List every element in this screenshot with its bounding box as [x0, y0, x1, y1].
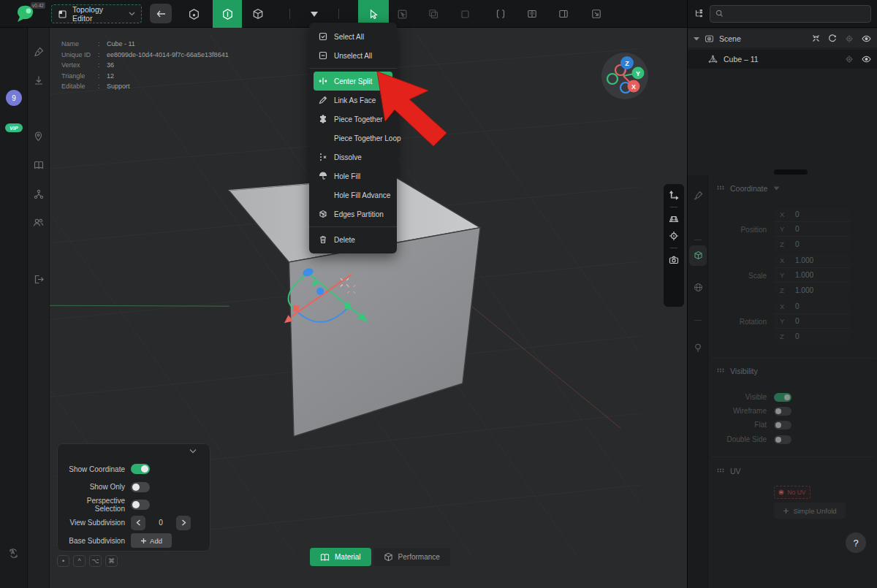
panel-right-button[interactable] — [549, 0, 578, 28]
book-icon[interactable] — [28, 161, 49, 169]
properties-panel: Coordinate Position X0 Y0 Z0 Scale X1.00… — [708, 175, 877, 588]
panel-right-icon — [558, 9, 569, 19]
camera-icon[interactable] — [669, 255, 679, 265]
paint-brush-icon[interactable] — [688, 191, 708, 200]
focus-icon[interactable] — [845, 34, 854, 43]
trash-icon — [318, 235, 327, 244]
edge-mode-button[interactable] — [213, 0, 242, 28]
eye-visibility-icon[interactable] — [862, 35, 871, 42]
dissolve-icon — [318, 153, 327, 161]
show-coordinate-label: Show Coordinate — [62, 465, 131, 473]
language-icon[interactable] — [0, 548, 27, 559]
crop-frame-icon — [58, 9, 67, 19]
download-icon[interactable] — [28, 75, 49, 85]
flat-toggle[interactable] — [774, 421, 791, 429]
refresh-icon[interactable] — [828, 34, 837, 43]
setting-row: Base Subdivision Add — [62, 532, 201, 550]
menu-item-edges-partition[interactable]: Edges Partition — [309, 205, 397, 224]
key-hint[interactable]: ^ — [73, 555, 86, 567]
duplicate-tool-button[interactable] — [419, 0, 448, 28]
menu-item-center-split[interactable]: Center Split — [314, 72, 392, 91]
menu-item-unselect-all[interactable]: Unselect All — [309, 46, 397, 65]
export-view-button[interactable] — [582, 0, 611, 28]
drag-dots-icon — [717, 186, 724, 191]
coordinate-section-header[interactable]: Coordinate — [717, 184, 780, 193]
view-orientation-gizmo[interactable]: Z Y X — [600, 51, 650, 101]
eye-visibility-icon[interactable] — [862, 56, 871, 63]
axis-ruler-icon[interactable] — [669, 190, 679, 200]
wireframe-toggle[interactable] — [774, 407, 791, 416]
position-z-field[interactable]: Z0 — [774, 237, 850, 251]
tab-material[interactable]: Material — [310, 548, 371, 566]
focus-icon[interactable] — [845, 55, 854, 64]
collapse-all-icon[interactable] — [812, 34, 820, 42]
menu-item-hole-fill[interactable]: Hole Fill — [309, 167, 397, 186]
scene-root-row[interactable]: Scene — [688, 29, 877, 47]
menu-item-dissolve[interactable]: Dissolve — [309, 148, 397, 167]
map-pin-icon[interactable] — [28, 131, 49, 142]
uv-section-header[interactable]: UV — [717, 467, 741, 476]
grid-perspective-icon[interactable] — [669, 214, 679, 224]
position-x-field[interactable]: X0 — [774, 207, 850, 222]
scale-x-field[interactable]: X1.000 — [774, 253, 850, 268]
section-divider — [711, 457, 875, 457]
subdivision-decrease-button[interactable] — [131, 516, 145, 530]
visible-toggle[interactable] — [774, 393, 791, 402]
show-coordinate-toggle[interactable] — [131, 464, 150, 474]
axis-z-label: Z — [625, 60, 629, 67]
account-rail: 9 VIP — [0, 28, 28, 588]
back-button[interactable] — [150, 4, 172, 23]
user-avatar[interactable]: 9 — [6, 90, 22, 106]
panel-split-button[interactable] — [517, 0, 547, 28]
menu-item-select-all[interactable]: Select All — [309, 27, 397, 46]
menu-item-link-as-face[interactable]: Link As Face — [309, 91, 397, 110]
position-y-field[interactable]: Y0 — [774, 222, 850, 237]
double-side-toggle[interactable] — [774, 435, 791, 444]
pen-tool-icon[interactable] — [28, 47, 49, 57]
rotation-x-field[interactable]: X0 — [774, 299, 850, 314]
frame-tool-button[interactable] — [450, 0, 479, 28]
object-properties-icon[interactable] — [688, 251, 708, 260]
vertex-mode-button[interactable] — [179, 0, 208, 28]
node-tree-icon[interactable] — [28, 189, 49, 199]
menu-item-piece-together[interactable]: Piece Together — [309, 110, 397, 129]
key-hint[interactable]: • — [57, 555, 69, 567]
visibility-section-header[interactable]: Visibility — [717, 367, 758, 375]
edge-context-menu: Select All Unselect All Center Split Lin… — [309, 23, 397, 253]
add-subdivision-button[interactable]: Add — [131, 533, 172, 548]
subdivision-increase-button[interactable] — [176, 516, 191, 530]
key-hint[interactable]: ⌘ — [105, 555, 118, 567]
menu-item-piece-together-loop[interactable]: Piece Together Loop — [309, 129, 397, 148]
info-row: Vertex:36 — [61, 60, 229, 71]
chevron-down-icon[interactable] — [694, 37, 699, 41]
perspective-selection-toggle[interactable] — [131, 500, 150, 510]
split-view-button[interactable] — [486, 0, 515, 28]
scale-y-field[interactable]: Y1.000 — [774, 268, 850, 283]
help-button[interactable]: ? — [846, 532, 866, 553]
scene-node-cube[interactable]: Cube – 11 — [688, 50, 877, 69]
face-mode-button[interactable] — [243, 0, 273, 28]
show-only-toggle[interactable] — [131, 482, 150, 492]
tool-rail — [28, 28, 50, 588]
focus-target-icon[interactable] — [669, 231, 679, 241]
menu-item-delete[interactable]: Delete — [309, 230, 397, 249]
collapse-panel-chevron[interactable] — [62, 448, 201, 460]
menu-item-hole-fill-advance[interactable]: Hole Fill Advance — [309, 186, 397, 205]
hierarchy-tree-icon[interactable] — [694, 9, 704, 19]
drag-dots-icon — [717, 468, 724, 474]
scrollbar-thumb[interactable] — [774, 169, 808, 175]
exit-icon[interactable] — [28, 275, 49, 284]
scale-z-field[interactable]: Z1.000 — [774, 283, 850, 297]
globe-icon[interactable] — [688, 283, 708, 292]
rotation-y-field[interactable]: Y0 — [774, 314, 850, 329]
mode-selector-dropdown[interactable]: Topology Editor — [51, 4, 142, 23]
key-hint[interactable]: ⌥ — [89, 555, 102, 567]
lamp-icon[interactable] — [688, 343, 708, 353]
rotation-z-field[interactable]: Z0 — [774, 329, 850, 343]
cursor-select-icon — [368, 9, 379, 20]
collaborators-icon[interactable] — [28, 218, 49, 227]
divider — [670, 248, 677, 248]
tab-performance[interactable]: Performance — [373, 548, 450, 566]
simple-unfold-button[interactable]: Simple Unfold — [774, 503, 846, 519]
search-input[interactable] — [728, 9, 865, 18]
